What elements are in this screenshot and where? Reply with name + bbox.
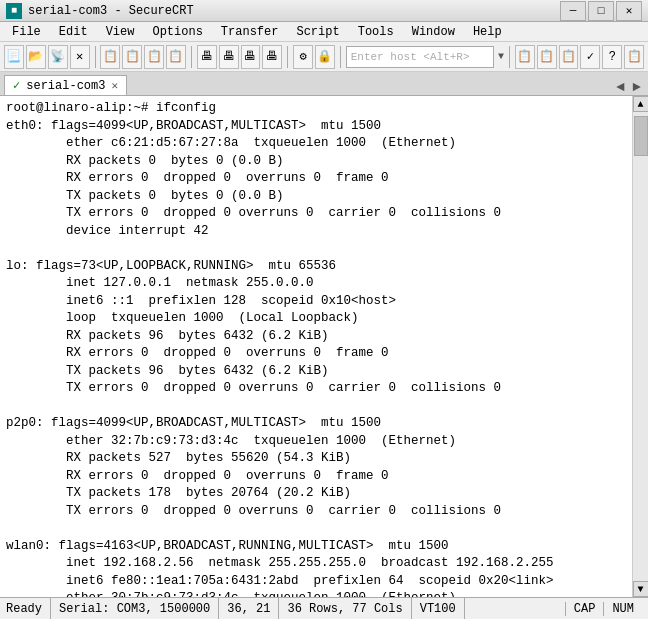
toolbar-btn-1[interactable]: 📃 bbox=[4, 45, 24, 69]
status-caps: CAP bbox=[565, 602, 604, 616]
scrollbar-up-button[interactable]: ▲ bbox=[633, 96, 649, 112]
toolbar-btn-18[interactable]: ✓ bbox=[580, 45, 600, 69]
menu-view[interactable]: View bbox=[98, 23, 143, 41]
tab-nav-right-button[interactable]: ► bbox=[630, 79, 644, 95]
menu-bar: File Edit View Options Transfer Script T… bbox=[0, 22, 648, 42]
toolbar-sep-4 bbox=[340, 46, 341, 68]
toolbar-btn-12[interactable]: 🖶 bbox=[262, 45, 282, 69]
menu-file[interactable]: File bbox=[4, 23, 49, 41]
toolbar-btn-5[interactable]: 📋 bbox=[100, 45, 120, 69]
toolbar-sep-1 bbox=[95, 46, 96, 68]
toolbar-btn-7[interactable]: 📋 bbox=[144, 45, 164, 69]
tab-bar: ✓ serial-com3 ✕ ◄ ► bbox=[0, 72, 648, 96]
toolbar-btn-14[interactable]: 🔒 bbox=[315, 45, 335, 69]
tab-close-button[interactable]: ✕ bbox=[111, 79, 118, 92]
status-serial: Serial: COM3, 1500000 bbox=[51, 598, 219, 619]
window-title: serial-com3 - SecureCRT bbox=[28, 4, 194, 18]
menu-help[interactable]: Help bbox=[465, 23, 510, 41]
menu-edit[interactable]: Edit bbox=[51, 23, 96, 41]
address-input[interactable]: Enter host <Alt+R> bbox=[346, 46, 494, 68]
scrollbar-thumb[interactable] bbox=[634, 116, 648, 156]
address-placeholder: Enter host <Alt+R> bbox=[351, 51, 470, 63]
menu-script[interactable]: Script bbox=[288, 23, 347, 41]
toolbar-btn-11[interactable]: 🖶 bbox=[241, 45, 261, 69]
scrollbar: ▲ ▼ bbox=[632, 96, 648, 597]
title-bar: ■ serial-com3 - SecureCRT ─ □ ✕ bbox=[0, 0, 648, 22]
toolbar-btn-13[interactable]: ⚙ bbox=[293, 45, 313, 69]
toolbar-btn-3[interactable]: 📡 bbox=[48, 45, 68, 69]
status-num: NUM bbox=[603, 602, 642, 616]
tab-checkmark-icon: ✓ bbox=[13, 78, 20, 93]
tab-nav-left-button[interactable]: ◄ bbox=[613, 79, 627, 95]
toolbar-sep-3 bbox=[287, 46, 288, 68]
maximize-button[interactable]: □ bbox=[588, 1, 614, 21]
terminal-container: root@linaro-alip:~# ifconfig eth0: flags… bbox=[0, 96, 648, 597]
toolbar-btn-2[interactable]: 📂 bbox=[26, 45, 46, 69]
tab-label: serial-com3 bbox=[26, 79, 105, 93]
status-bar: Ready Serial: COM3, 1500000 36, 21 36 Ro… bbox=[0, 597, 648, 619]
toolbar-sep-5 bbox=[509, 46, 510, 68]
minimize-button[interactable]: ─ bbox=[560, 1, 586, 21]
toolbar-btn-10[interactable]: 🖶 bbox=[219, 45, 239, 69]
menu-options[interactable]: Options bbox=[144, 23, 210, 41]
status-right-area: CAP NUM bbox=[565, 602, 642, 616]
menu-tools[interactable]: Tools bbox=[350, 23, 402, 41]
address-chevron-icon[interactable]: ▼ bbox=[498, 51, 504, 62]
toolbar-btn-15[interactable]: 📋 bbox=[515, 45, 535, 69]
toolbar-btn-9[interactable]: 🖶 bbox=[197, 45, 217, 69]
toolbar-btn-4[interactable]: ✕ bbox=[70, 45, 90, 69]
toolbar-btn-19[interactable]: ? bbox=[602, 45, 622, 69]
status-ready: Ready bbox=[6, 598, 51, 619]
menu-transfer[interactable]: Transfer bbox=[213, 23, 287, 41]
terminal-output[interactable]: root@linaro-alip:~# ifconfig eth0: flags… bbox=[0, 96, 632, 597]
status-terminal-type: VT100 bbox=[412, 598, 465, 619]
toolbar-btn-20[interactable]: 📋 bbox=[624, 45, 644, 69]
status-cursor: 36, 21 bbox=[219, 598, 279, 619]
menu-window[interactable]: Window bbox=[404, 23, 463, 41]
tab-serial-com3[interactable]: ✓ serial-com3 ✕ bbox=[4, 75, 127, 95]
toolbar: 📃 📂 📡 ✕ 📋 📋 📋 📋 🖶 🖶 🖶 🖶 ⚙ 🔒 Enter host <… bbox=[0, 42, 648, 72]
close-button[interactable]: ✕ bbox=[616, 1, 642, 21]
status-rows-cols: 36 Rows, 77 Cols bbox=[279, 598, 411, 619]
tab-navigation: ◄ ► bbox=[613, 79, 644, 95]
toolbar-btn-6[interactable]: 📋 bbox=[122, 45, 142, 69]
scrollbar-track[interactable] bbox=[633, 112, 648, 581]
toolbar-btn-8[interactable]: 📋 bbox=[166, 45, 186, 69]
app-icon: ■ bbox=[6, 3, 22, 19]
toolbar-sep-2 bbox=[191, 46, 192, 68]
toolbar-btn-16[interactable]: 📋 bbox=[537, 45, 557, 69]
scrollbar-down-button[interactable]: ▼ bbox=[633, 581, 649, 597]
toolbar-btn-17[interactable]: 📋 bbox=[559, 45, 579, 69]
